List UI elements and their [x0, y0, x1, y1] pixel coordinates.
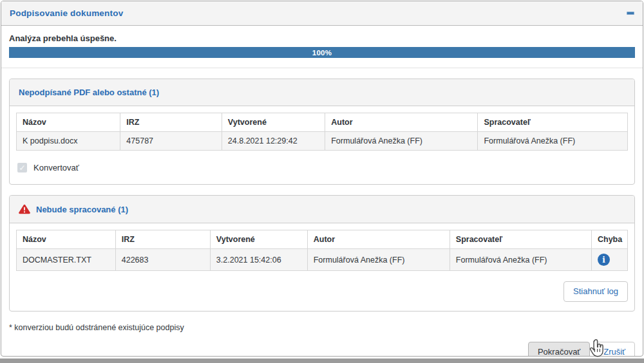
skipped-section-title: Nebude spracované (1): [36, 205, 128, 214]
progress-bar: 100%: [9, 47, 635, 58]
col-header-autor: Autor: [325, 113, 478, 132]
col-header-irz: IRZ: [120, 113, 222, 132]
log-button-row: Stiahnuť log: [16, 281, 628, 302]
continue-button[interactable]: Pokračovať: [528, 342, 590, 357]
dialog-body: Analýza prebehla úspešne. 100% Nepodpísa…: [1, 26, 643, 357]
unsigned-section-body: Názov IRZ Vytvorené Autor Spracovateľ K …: [10, 106, 634, 184]
collapse-minus-icon[interactable]: [627, 12, 634, 15]
convert-checkbox-label: Konvertovať: [33, 163, 79, 172]
table-header-row: Názov IRZ Vytvorené Autor Spracovateľ: [17, 113, 628, 132]
dialog-action-buttons: Pokračovať Zrušiť: [9, 342, 635, 357]
skipped-documents-table: Názov IRZ Vytvorené Autor Spracovateľ Ch…: [16, 230, 628, 271]
download-log-button[interactable]: Stiahnuť log: [564, 281, 628, 302]
cell-nazov: K podpisu.docx: [17, 132, 120, 151]
background-panel-edge: [0, 358, 644, 363]
progress-percent-label: 100%: [312, 49, 332, 57]
cell-vytvorene: 3.2.2021 15:42:06: [210, 249, 307, 271]
col-header-vytvorene: Vytvorené: [210, 230, 307, 249]
conversion-footnote: * konverziou budú odstránené existujúce …: [9, 323, 635, 332]
col-header-spracovatel: Spracovateľ: [478, 113, 628, 132]
col-header-vytvorene: Vytvorené: [222, 113, 325, 132]
unsigned-documents-table: Názov IRZ Vytvorené Autor Spracovateľ K …: [16, 113, 628, 151]
col-header-nazov: Názov: [17, 230, 116, 249]
unsigned-section-header: Nepodpísané PDF alebo ostatné (1): [10, 79, 634, 106]
table-row[interactable]: K podpisu.docx 475787 24.8.2021 12:29:42…: [17, 132, 628, 151]
table-header-row: Názov IRZ Vytvorené Autor Spracovateľ Ch…: [17, 230, 628, 249]
col-header-irz: IRZ: [115, 230, 210, 249]
cancel-button[interactable]: Zrušiť: [594, 342, 635, 357]
convert-checkbox[interactable]: ✓: [17, 163, 27, 172]
col-header-spracovatel: Spracovateľ: [450, 230, 591, 249]
cell-autor: Formulářová Anežka (FF): [325, 132, 478, 151]
cell-spracovatel: Formulářová Anežka (FF): [450, 249, 591, 271]
skipped-section-body: Názov IRZ Vytvorené Autor Spracovateľ Ch…: [10, 223, 634, 311]
cell-chyba: i: [591, 249, 627, 271]
dialog-title: Podpisovanie dokumentov: [10, 8, 123, 18]
skipped-documents-section: Nebude spracované (1) Názov IRZ Vytvoren…: [9, 195, 635, 312]
cell-autor: Formulářová Anežka (FF): [307, 249, 450, 271]
skipped-section-header: Nebude spracované (1): [10, 196, 634, 223]
table-row[interactable]: DOCMASTER.TXT 422683 3.2.2021 15:42:06 F…: [17, 249, 628, 271]
signing-dialog-panel: Podpisovanie dokumentov Analýza prebehla…: [1, 1, 643, 357]
warning-triangle-icon: [19, 204, 30, 214]
unsigned-documents-section: Nepodpísané PDF alebo ostatné (1) Názov …: [9, 79, 635, 185]
cell-irz: 422683: [115, 249, 210, 271]
col-header-chyba: Chyba: [591, 230, 627, 249]
cell-nazov: DOCMASTER.TXT: [17, 249, 116, 271]
unsigned-section-title: Nepodpísané PDF alebo ostatné (1): [19, 88, 159, 97]
col-header-autor: Autor: [307, 230, 450, 249]
error-info-icon[interactable]: i: [598, 254, 610, 266]
analysis-status-text: Analýza prebehla úspešne.: [9, 33, 635, 43]
cell-vytvorene: 24.8.2021 12:29:42: [222, 132, 325, 151]
cell-irz: 475787: [120, 132, 222, 151]
cell-spracovatel: Formulářová Anežka (FF): [478, 132, 628, 151]
convert-checkbox-row: ✓ Konvertovať: [17, 163, 627, 172]
dialog-header: Podpisovanie dokumentov: [1, 1, 643, 26]
section-divider: [1, 68, 643, 68]
progress-bar-fill: 100%: [9, 47, 635, 58]
col-header-nazov: Názov: [17, 113, 120, 132]
